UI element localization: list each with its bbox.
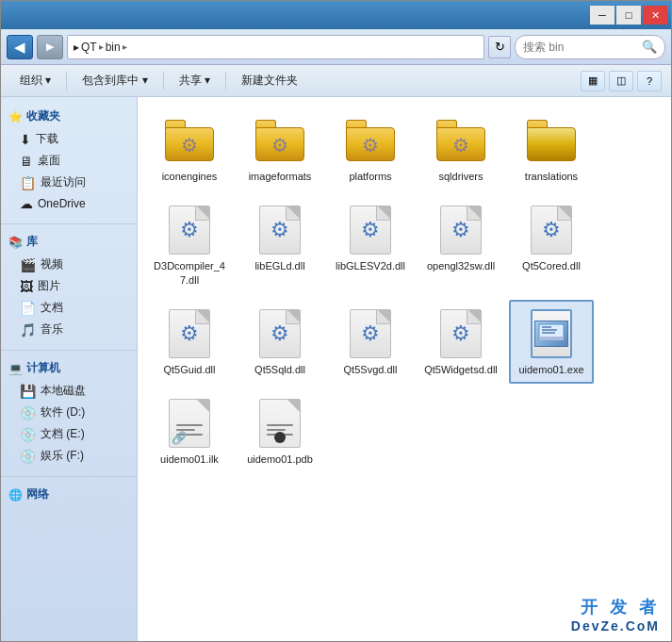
file-label: Qt5Sqld.dll	[254, 363, 305, 376]
docs-icon: 📄	[20, 301, 36, 316]
toolbar-separator-3	[225, 72, 226, 91]
recent-icon: 📋	[20, 175, 36, 190]
sidebar-item-music[interactable]: 🎵 音乐	[1, 319, 137, 340]
sidebar-item-drive-d[interactable]: 💿 软件 (D:)	[1, 402, 137, 423]
list-item[interactable]: ⚙ sqldrivers	[418, 107, 503, 190]
ilk-icon: 🔗	[163, 397, 216, 450]
sidebar-item-onedrive[interactable]: ☁ OneDrive	[1, 193, 137, 214]
toolbar-right: ▦ ◫ ?	[581, 71, 662, 91]
computer-header[interactable]: 💻 计算机	[1, 356, 137, 380]
list-item[interactable]: ⚙ D3Dcompiler_47.dll	[147, 196, 232, 294]
sidebar-divider-2	[1, 350, 137, 351]
preview-pane-button[interactable]: ◫	[609, 71, 633, 91]
library-icon: 📚	[8, 236, 23, 249]
organize-button[interactable]: 组织 ▾	[10, 69, 60, 93]
sidebar-item-picture[interactable]: 🖼 图片	[1, 275, 137, 297]
favorites-header[interactable]: ⭐ 收藏夹	[1, 105, 137, 128]
list-item[interactable]: ⚙ imageformats	[238, 107, 322, 190]
folder-icon: ⚙	[254, 114, 306, 167]
dll-icon: ⚙	[254, 307, 306, 360]
sidebar-divider-1	[1, 223, 137, 224]
search-icon[interactable]: 🔍	[642, 40, 657, 54]
network-header[interactable]: 🌐 网络	[1, 483, 137, 506]
sidebar-divider-3	[1, 476, 137, 477]
list-item[interactable]: ⚙ Qt5Widgetsd.dll	[418, 300, 503, 384]
maximize-button[interactable]: □	[616, 6, 641, 25]
path-qt[interactable]: QT	[81, 41, 97, 54]
star-icon: ⭐	[8, 110, 23, 123]
file-label: uidemo01.ilk	[160, 453, 219, 466]
file-label: Qt5Svgd.dll	[344, 363, 398, 376]
search-input[interactable]	[523, 41, 638, 54]
sidebar-item-downloads[interactable]: ⬇ 下载	[1, 128, 137, 150]
sidebar-item-drive-e[interactable]: 💿 文档 (E:)	[1, 423, 137, 445]
list-item[interactable]: ⚙ platforms	[328, 107, 413, 190]
file-label: opengl32sw.dll	[427, 259, 495, 272]
forward-button[interactable]: ▶	[37, 35, 63, 59]
file-label: libEGLd.dll	[254, 259, 304, 272]
file-label: Qt5Guid.dll	[163, 363, 215, 376]
file-label: iconengines	[162, 170, 218, 183]
newfolder-button[interactable]: 新建文件夹	[232, 69, 307, 93]
music-icon: 🎵	[20, 322, 36, 337]
dll-icon: ⚙	[254, 204, 306, 256]
list-item[interactable]: ⚙ Qt5Cored.dll	[509, 196, 594, 294]
folder-icon	[525, 114, 578, 167]
minimize-button[interactable]: ─	[590, 6, 615, 25]
sidebar-item-local[interactable]: 💾 本地磁盘	[1, 380, 137, 402]
file-label: D3Dcompiler_47.dll	[153, 259, 226, 287]
list-item[interactable]: 🔗 uidemo01.ilk	[147, 389, 232, 473]
library-button[interactable]: 包含到库中 ▾	[73, 69, 156, 93]
dll-icon: ⚙	[525, 204, 578, 256]
refresh-button[interactable]: ↻	[488, 36, 511, 58]
dll-icon: ⚙	[163, 204, 216, 256]
sidebar-item-docs[interactable]: 📄 文档	[1, 297, 137, 319]
address-path[interactable]: ▸ QT ▸ bin ▸	[67, 35, 484, 59]
main-area: ⭐ 收藏夹 ⬇ 下载 🖥 桌面 📋 最近访问 ☁ OneDrive	[1, 97, 671, 641]
addressbar: ◀ ▶ ▸ QT ▸ bin ▸ ↻ 🔍	[1, 29, 671, 65]
file-grid: ⚙ iconengines ⚙	[138, 97, 671, 641]
list-item[interactable]: ⚙ libGLESV2d.dll	[328, 196, 413, 294]
list-item[interactable]: uidemo01.pdb	[238, 389, 322, 473]
folder-icon: ⚙	[344, 114, 397, 167]
back-button[interactable]: ◀	[7, 35, 33, 59]
file-label: translations	[525, 170, 578, 183]
sidebar-item-recent[interactable]: 📋 最近访问	[1, 172, 137, 193]
computer-icon: 💻	[8, 362, 23, 375]
list-item[interactable]: ⚙ Qt5Sqld.dll	[238, 300, 322, 384]
folder-icon: ⚙	[163, 114, 216, 167]
dll-icon: ⚙	[344, 307, 397, 360]
toolbar-separator-1	[66, 72, 67, 91]
view-mode-button[interactable]: ▦	[581, 71, 605, 91]
sidebar-item-desktop[interactable]: 🖥 桌面	[1, 150, 137, 172]
search-box[interactable]: 🔍	[515, 35, 665, 59]
list-item[interactable]: ⚙ Qt5Guid.dll	[147, 300, 232, 384]
drive-d-icon: 💿	[20, 405, 36, 420]
svg-rect-1	[539, 337, 564, 340]
file-label: imageformats	[249, 170, 312, 183]
network-section: 🌐 网络	[1, 483, 137, 506]
sidebar-item-video[interactable]: 🎬 视频	[1, 254, 137, 275]
titlebar: ─ □ ✕	[1, 1, 671, 29]
help-button[interactable]: ?	[637, 71, 662, 91]
pdb-icon	[254, 397, 306, 450]
video-icon: 🎬	[20, 257, 36, 272]
close-button[interactable]: ✕	[643, 6, 667, 25]
list-item[interactable]: ⚙ Qt5Svgd.dll	[328, 300, 413, 384]
folder-icon: ⚙	[434, 114, 487, 167]
file-label: Qt5Widgetsd.dll	[424, 363, 498, 376]
sidebar: ⭐ 收藏夹 ⬇ 下载 🖥 桌面 📋 最近访问 ☁ OneDrive	[1, 97, 138, 641]
sidebar-item-drive-f[interactable]: 💿 娱乐 (F:)	[1, 445, 137, 467]
list-item[interactable]: uidemo01.exe	[509, 300, 594, 384]
path-chevron-1: ▸	[99, 41, 104, 52]
file-label: platforms	[349, 170, 391, 183]
list-item[interactable]: ⚙ opengl32sw.dll	[418, 196, 503, 294]
share-button[interactable]: 共享 ▾	[170, 69, 220, 93]
list-item[interactable]: ⚙ libEGLd.dll	[238, 196, 322, 294]
file-label: uidemo01.pdb	[247, 453, 313, 466]
exe-icon	[525, 307, 578, 360]
list-item[interactable]: ⚙ iconengines	[147, 107, 232, 190]
list-item[interactable]: translations	[509, 107, 594, 190]
path-bin[interactable]: bin	[106, 41, 121, 54]
library-header[interactable]: 📚 库	[1, 230, 137, 254]
